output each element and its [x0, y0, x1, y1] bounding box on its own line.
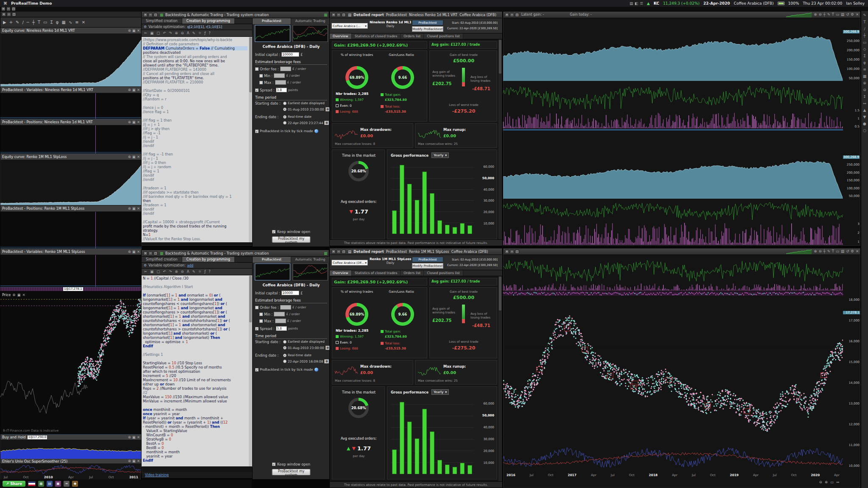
variables-panel-header-1[interactable]: ProBacktest - Variables: Nineless Renko … — [0, 87, 142, 93]
app-icon-5[interactable]: ◆ — [72, 481, 78, 487]
tab-closed-positions[interactable]: Closed positions list — [424, 270, 463, 276]
app-icon-1[interactable]: ▦ — [38, 481, 44, 487]
zoom-in-icon[interactable]: ⊕ — [175, 270, 178, 274]
rectangle-icon[interactable]: ▭ — [836, 250, 839, 253]
statistics-icon[interactable]: Σ — [50, 20, 53, 25]
zoom-in-icon[interactable]: ⊕ — [863, 81, 866, 85]
maximize-icon[interactable]: ▢ — [153, 251, 158, 255]
tab-probacktest[interactable]: ProBacktest — [253, 257, 291, 263]
undo-icon[interactable]: ↶ — [163, 270, 166, 274]
panel-header-icons[interactable]: ⊕▣✕ — [128, 120, 140, 124]
display-icon[interactable]: ◧ — [635, 2, 638, 6]
close-icon[interactable]: ✕ — [505, 13, 509, 17]
fibonacci-icon[interactable]: φ — [863, 61, 866, 65]
order-fee-checkbox[interactable] — [255, 67, 259, 71]
tab-overview[interactable]: Overview — [330, 33, 352, 39]
list-icon[interactable]: ≡ — [75, 20, 78, 25]
maximize-icon[interactable]: ▢ — [11, 7, 16, 11]
code-editor-2[interactable]: N = 1 //Capital / Close /30 //Heuristics… — [142, 275, 249, 466]
zoom-in-icon[interactable]: ⊕ — [175, 31, 178, 35]
crosshair-icon[interactable]: ┼ — [863, 34, 865, 38]
close-icon[interactable]: ✕ — [137, 435, 140, 439]
panel-header-icons[interactable]: ⊕▣✕ — [12, 293, 25, 297]
settings-icon[interactable]: ⚙ — [851, 250, 854, 253]
report-titlebar-2[interactable]: ✕─▢ ▤ Detailed report ProBacktest Renko … — [330, 248, 502, 255]
positions-panel-header-2[interactable]: ProBacktest - Positions: Renko 1M ML1 St… — [0, 205, 142, 212]
dot-icon[interactable]: ● — [863, 122, 866, 126]
zoom-out-icon[interactable]: ⊖ — [863, 88, 866, 92]
zoom-box-icon[interactable]: ▭ — [830, 480, 834, 484]
panel-header-icons[interactable]: ⊕▣✕ — [128, 435, 140, 439]
zoom-in-icon[interactable]: ⊕ — [825, 480, 828, 484]
tab-statistics[interactable]: Statistics of closed trades — [352, 270, 401, 276]
min-fee-checkbox[interactable] — [259, 313, 263, 316]
close-icon[interactable]: ✕ — [22, 293, 25, 297]
tab-statistics[interactable]: Statistics of closed trades — [352, 33, 401, 39]
pen-icon[interactable]: ✎ — [192, 31, 195, 35]
copy-icon[interactable]: ▣ — [150, 270, 153, 274]
close-icon[interactable]: ✕ — [137, 207, 140, 211]
tab-automatic-trading[interactable]: Automatic Trading — [291, 18, 330, 24]
close-icon[interactable]: ✕ — [143, 13, 147, 17]
max-fee-checkbox[interactable] — [259, 319, 263, 323]
probacktest-thumbnail[interactable] — [255, 25, 290, 42]
spread-input[interactable] — [276, 326, 287, 331]
app-icon-2[interactable]: ▤ — [47, 481, 53, 487]
minimize-icon[interactable]: ─ — [337, 250, 341, 254]
window-controls[interactable]: ✕─▢ — [331, 13, 346, 17]
tab-simplified-creation[interactable]: Simplified creation — [142, 257, 182, 262]
run-probacktest-button[interactable]: ProBacktest my system — [272, 469, 311, 475]
close-icon[interactable]: ✕ — [856, 250, 859, 253]
automatic-trading-thumbnail[interactable] — [292, 263, 328, 280]
duplicate-icon[interactable]: ▣ — [132, 459, 136, 463]
zoom-out-icon[interactable]: ⊖ — [181, 270, 184, 274]
creation-window-titlebar-1[interactable]: ✕─▢ ▦ Backtesting & Automatic Trading - … — [142, 11, 329, 18]
redo-icon[interactable]: ↷ — [169, 31, 172, 35]
tab-closed-positions[interactable]: Closed positions list — [424, 33, 463, 39]
close-icon[interactable]: ✕ — [137, 88, 140, 92]
zoom-icon[interactable]: ⊕ — [128, 29, 131, 33]
statistics-icon[interactable]: Σ — [863, 54, 866, 58]
duplicate-icon[interactable]: ▣ — [132, 250, 136, 254]
min-fee-input[interactable] — [274, 73, 285, 78]
instrument-select[interactable]: Coffee Arabica (...▾ — [331, 23, 368, 29]
text-icon[interactable]: A — [187, 270, 189, 274]
end-date-radio[interactable] — [283, 121, 287, 125]
refresh-icon[interactable]: ↺ — [846, 250, 849, 253]
draw-icon[interactable]: ✎ — [827, 250, 830, 253]
tick-mode-checkbox[interactable]: ✓ — [255, 130, 259, 133]
draw-icon[interactable]: ✎ — [827, 13, 830, 17]
probacktest-thumbnail[interactable] — [255, 263, 290, 280]
horizontal-line-icon[interactable]: ─ — [27, 20, 29, 25]
system-chart-icon[interactable]: ▦ — [324, 13, 327, 17]
app-window-controls[interactable]: ✕─▢ — [1, 7, 16, 11]
up-arrow-icon[interactable]: ▲ — [863, 108, 866, 112]
down-arrow-icon[interactable]: ▼ — [863, 115, 866, 119]
editor-toolbar-2[interactable]: ✂▣▢↶↷⊕⊖A✎☼ƒ? — [142, 269, 252, 275]
zoom-icon[interactable]: ⊕ — [128, 120, 131, 124]
maximize-icon[interactable]: ▢ — [153, 13, 158, 17]
paste-icon[interactable]: ▢ — [156, 270, 160, 274]
zoom-icon[interactable]: ⊕ — [128, 155, 131, 159]
maximize-icon[interactable]: ▢ — [515, 250, 519, 254]
zoom-out-icon[interactable]: ⊖ — [819, 480, 822, 484]
variables-panel-header-2[interactable]: ProBacktest - Variables: Renko 1M ML1 St… — [0, 249, 142, 255]
tab-simplified-creation[interactable]: Simplified creation — [142, 18, 182, 24]
report-scrollbar[interactable] — [498, 39, 502, 240]
function-icon[interactable]: ƒ — [204, 270, 206, 274]
close-icon[interactable]: ✕ — [137, 29, 140, 33]
chart-toolbar-icons[interactable]: ⊕⊖┼✎T▭▤↺⚙✕ — [814, 13, 859, 17]
chart-toolbar-icons[interactable]: ⊕⊖┼✎T▭▤↺⚙✕ — [814, 250, 859, 253]
varopt-value[interactable]: q[2;10][1], r[1;10][1] — [187, 25, 222, 29]
order-fee-checkbox[interactable] — [255, 306, 259, 309]
pen-icon[interactable]: ✎ — [192, 270, 195, 274]
video-training-link[interactable]: Video training — [145, 473, 169, 477]
report-titlebar-1[interactable]: ✕─▢ ▤ Detailed report ProBacktest Ninele… — [330, 11, 502, 18]
trendline-icon[interactable]: ∕ — [22, 20, 23, 25]
positions-panel-header-1[interactable]: ProBacktest - Positions: Nineless Renko … — [0, 119, 142, 125]
close-icon[interactable]: ✕ — [143, 251, 147, 255]
left-window-control-buttons[interactable]: ✕─▢ — [2, 12, 16, 17]
help-icon[interactable]: ? — [209, 31, 211, 35]
initial-capital-input[interactable] — [281, 52, 299, 57]
hint-icon[interactable]: ☼ — [198, 31, 202, 35]
